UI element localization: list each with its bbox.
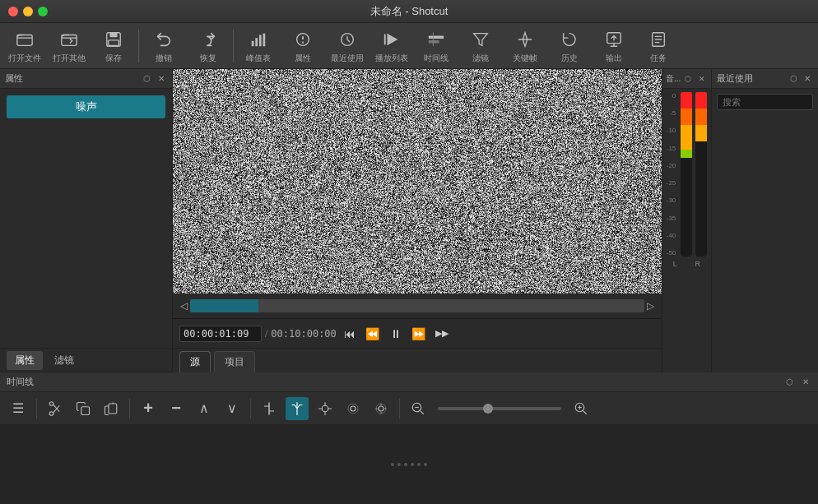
audio-float-icon[interactable]: ⬡ [682,73,694,85]
recent-float-icon[interactable]: ⬡ [788,73,799,85]
db-25: -25 [667,179,676,187]
tasks-button[interactable]: 任务 [637,25,680,67]
recent-button[interactable]: 最近使用 [326,25,369,67]
tab-properties[interactable]: 属性 [7,351,43,370]
tab-filters[interactable]: 滤镜 [46,351,82,370]
svg-point-33 [379,406,383,411]
undo-button[interactable]: 撤销 [142,25,185,67]
total-time: 00:10:00:00 [271,328,336,340]
svg-point-11 [302,41,304,43]
recent-label: 最近使用 [331,53,364,64]
main-toolbar: 打开文件 打开其他 保存 撤 [0,23,818,69]
redo-button[interactable]: 恢复 [187,25,230,67]
zoom-out-button[interactable] [407,397,430,420]
timeline-split-button[interactable] [258,397,281,420]
timeline-slider: ◁ 00:00:00 00:04:00 00:08:00 ▷ [173,294,662,318]
drop-dot-4 [411,463,414,466]
tasks-label: 任务 [650,53,667,64]
timeline-bar[interactable]: 00:00:00 00:04:00 00:08:00 [190,299,644,312]
svg-point-32 [348,404,358,414]
output-button[interactable]: 输出 [593,25,635,67]
timeline-snap-button[interactable] [286,397,309,420]
history-button[interactable]: 历史 [548,25,591,67]
history-label: 历史 [561,53,578,64]
tasks-icon [647,28,670,51]
timeline-scrub-button[interactable] [314,397,337,420]
tab-source[interactable]: 源 [179,351,211,372]
audio-close-icon[interactable]: ✕ [696,73,708,85]
filters-button[interactable]: 滤镜 [459,25,502,67]
pause-button[interactable]: ⏸ [386,324,406,344]
vu-label-l: L [673,260,677,268]
drop-dots [391,463,427,466]
left-panel-tabs: 属性 滤镜 [0,348,172,372]
minimize-button[interactable] [23,7,33,16]
svg-point-22 [49,401,53,405]
svg-line-41 [583,410,587,414]
timeline-menu-button[interactable]: ☰ [7,397,30,420]
search-input[interactable] [717,94,813,110]
left-panel: 属性 ⬡ ✕ 噪声 属性 滤镜 [0,69,173,372]
playlist-icon [380,28,403,51]
open-other-button[interactable]: 打开其他 [48,25,91,67]
recent-close-icon[interactable]: ✕ [802,73,813,85]
save-button[interactable]: 保存 [92,25,135,67]
zoom-slider[interactable] [438,407,561,410]
timeline-header-icons: ⬡ ✕ [783,377,811,388]
audio-panel-title: 音... [666,73,681,85]
maximize-button[interactable] [38,7,48,16]
timeline-down-button[interactable]: ∨ [221,397,244,420]
svg-rect-4 [109,39,119,44]
timeline-arrow-right[interactable]: ▷ [644,300,657,312]
drop-dot-5 [417,463,421,466]
timeline-cut-button[interactable] [44,397,67,420]
timeline-toolbar: ☰ [0,392,818,425]
playlist-button[interactable]: 播放列表 [370,25,413,67]
open-file-button[interactable]: 打开文件 [3,25,46,67]
properties-button[interactable]: 属性 [281,25,324,67]
keyframes-icon [514,28,537,51]
current-time-input[interactable] [179,326,262,342]
history-icon [558,28,581,51]
timeline-remove-button[interactable]: − [165,397,188,420]
drop-dot-3 [404,463,407,466]
open-file-icon [13,28,36,51]
play-button[interactable]: ⏩ [409,324,429,344]
timeline-ripple-button[interactable] [342,397,365,420]
close-button[interactable] [8,7,18,16]
timeline-float-icon[interactable]: ⬡ [783,377,795,388]
timeline-section-title: 时间线 [7,376,34,388]
keyframes-button[interactable]: 关键帧 [504,25,546,67]
properties-content: 噪声 [0,89,172,348]
playlist-label: 播放列表 [375,53,408,64]
timeline-arrow-left[interactable]: ◁ [178,300,190,312]
properties-label: 属性 [295,53,311,64]
peak-button[interactable]: 峰值表 [237,25,280,67]
timeline-button[interactable]: 时间线 [415,25,458,67]
svg-point-21 [49,411,53,415]
tab-project[interactable]: 项目 [214,351,255,372]
timeline-header: 时间线 ⬡ ✕ [0,372,818,392]
video-canvas [173,69,662,294]
zoom-in-button[interactable] [569,397,593,420]
panel-header-icons: ⬡ ✕ [141,73,167,85]
skip-start-button[interactable]: ⏮ [340,324,360,344]
timeline-paste-button[interactable] [100,397,123,420]
panel-close-icon[interactable]: ✕ [156,73,167,85]
timeline-copy-button[interactable] [72,397,95,420]
timeline-up-button[interactable]: ∧ [193,397,216,420]
timeline-close-icon[interactable]: ✕ [800,377,811,388]
svg-rect-0 [17,35,32,45]
svg-rect-3 [109,32,117,37]
timeline-ripple-all-button[interactable] [369,397,393,420]
panel-float-icon[interactable]: ⬡ [141,73,152,85]
open-file-label: 打开文件 [8,53,41,64]
fast-forward-button[interactable]: ▶▶ [432,324,452,344]
timeline-add-button[interactable]: + [137,397,160,420]
svg-line-23 [53,405,60,413]
vu-bar-right [695,92,707,257]
timeline-label: 时间线 [424,53,449,64]
tl-sep-1 [36,399,37,418]
time-display: / 00:10:00:00 [179,326,337,342]
rewind-button[interactable]: ⏪ [363,324,383,344]
